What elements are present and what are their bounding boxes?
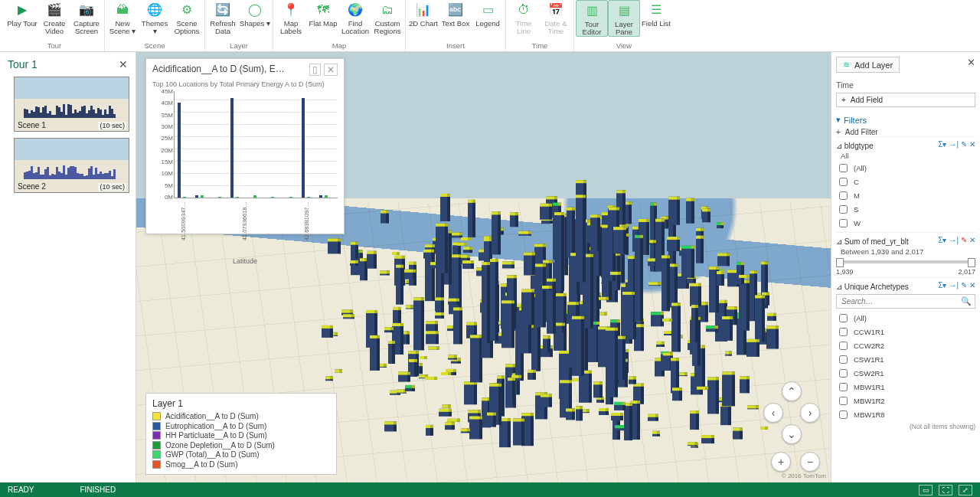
legend-button[interactable]: ▭Legend [472, 0, 504, 28]
tour-editor-icon: ▥ [583, 2, 601, 19]
scene-thumb[interactable]: 1 Scene 1 (10 sec) [14, 77, 129, 132]
play-tour-button[interactable]: ▶Play Tour [6, 0, 38, 35]
remove-icon[interactable]: ✕ [969, 140, 975, 149]
remove-icon[interactable]: ✕ [969, 281, 975, 289]
checkbox[interactable] [839, 191, 848, 200]
scene-thumb[interactable]: 2 Scene 2 (10 sec) [14, 138, 129, 193]
checkbox[interactable] [839, 178, 848, 186]
refresh-data-button[interactable]: 🔄Refresh Data [207, 0, 239, 35]
find-location-button[interactable]: 🌍Find Location [339, 0, 371, 35]
capture-screen-button[interactable]: 📷Capture Screen [70, 0, 103, 35]
map-labels-button[interactable]: 📍Map Labels [275, 0, 307, 35]
tour-editor-button[interactable]: ▥Tour Editor [576, 0, 608, 37]
legend-card[interactable]: Layer 1 Acidification__A to D (Sum)Eutro… [145, 393, 337, 475]
clear-icon[interactable]: ✎ [961, 140, 967, 149]
close-icon[interactable]: ✕ [967, 57, 975, 68]
view-mode-3[interactable]: ⤢ [959, 485, 972, 495]
checkbox[interactable] [839, 397, 848, 405]
filter-option[interactable]: MBW1R8 [836, 408, 975, 421]
filter-option[interactable]: S [836, 203, 975, 216]
view-mode-2[interactable]: ⛶ [939, 485, 952, 495]
2d-chart-button[interactable]: 📊2D Chart [407, 0, 439, 28]
find-location-icon: 🌍 [346, 2, 364, 18]
filter-unique-archetypes: Σ▾ →| ✎ ✕ ⊿ Unique Archetypes 🔍 (All)CCW… [836, 277, 975, 432]
filter-option[interactable]: CCW1R1 [836, 325, 975, 338]
map-labels-icon: 📍 [282, 2, 300, 18]
add-filter-button[interactable]: + Add Filter [836, 128, 975, 136]
filter-option[interactable]: M [836, 189, 975, 202]
capture-screen-icon: 📷 [77, 2, 96, 18]
checkbox[interactable] [839, 342, 848, 350]
filters-header[interactable]: ▾ Filters [836, 115, 975, 125]
filter-option[interactable]: C [836, 175, 975, 188]
text-box-button[interactable]: 🔤Text Box [439, 0, 472, 28]
close-icon[interactable]: ✕ [119, 58, 128, 70]
field-list-icon: ☰ [647, 2, 665, 18]
checkbox[interactable] [839, 205, 848, 214]
2d-chart-icon: 📊 [414, 2, 433, 18]
themes-button[interactable]: 🌐Themes ▾ [139, 0, 171, 35]
filter-option[interactable]: MBW1R1 [836, 381, 975, 394]
sort-icon[interactable]: →| [949, 281, 959, 289]
filter-bldgtype: Σ▾ →| ✎ ✕ ⊿ bldgtype All (All)CMSW [836, 136, 975, 232]
new-scene-icon: 🏔 [113, 2, 132, 18]
clear-icon[interactable]: ✎ [961, 281, 967, 289]
field-list-button[interactable]: ☰Field List [640, 0, 672, 37]
checkbox[interactable] [839, 355, 848, 364]
add-layer-button[interactable]: ≋ Add Layer [836, 57, 900, 73]
sigma-icon[interactable]: Σ▾ [938, 281, 946, 289]
map-stage[interactable]: Acidification__A to D (Sum), E… ▯ ✕ Top … [136, 52, 831, 482]
filter-option[interactable]: W [836, 217, 975, 230]
flat-map-icon: 🗺 [314, 2, 332, 18]
filter-option[interactable]: (All) [836, 162, 975, 175]
sort-icon[interactable]: →| [949, 140, 959, 149]
nav-up-button[interactable]: ⌃ [782, 381, 802, 401]
plus-icon: + [836, 128, 841, 136]
sigma-icon[interactable]: Σ▾ [938, 140, 946, 149]
checkbox[interactable] [839, 410, 848, 419]
nav-left-button[interactable]: ‹ [763, 403, 783, 423]
nav-right-button[interactable]: › [800, 403, 820, 423]
filter-option[interactable]: CSW2R1 [836, 367, 975, 380]
chart-card[interactable]: Acidification__A to D (Sum), E… ▯ ✕ Top … [145, 58, 345, 234]
filter-option[interactable]: CSW1R1 [836, 353, 975, 366]
chart-x-axis-title: Latitude [152, 257, 338, 265]
zoom-in-button[interactable]: + [771, 452, 791, 472]
create-video-button[interactable]: 🎬Create Video [38, 0, 70, 35]
shapes-button[interactable]: ◯Shapes ▾ [239, 0, 271, 35]
date-time-button: 📅Date & Time [540, 0, 572, 35]
clear-icon[interactable]: ✎ [961, 236, 967, 244]
legend-item: Smog__A to D (Sum) [152, 460, 330, 469]
checkbox[interactable] [839, 314, 848, 322]
zoom-out-button[interactable]: − [800, 452, 820, 472]
filter-option[interactable]: CCW2R2 [836, 339, 975, 352]
create-video-icon: 🎬 [45, 2, 64, 18]
scene-options-button[interactable]: ⚙Scene Options [171, 0, 203, 35]
checkbox[interactable] [839, 383, 848, 391]
search-input[interactable] [840, 296, 961, 306]
layer-pane-button[interactable]: ▤Layer Pane [608, 0, 640, 37]
checkbox[interactable] [839, 219, 848, 227]
legend-swatch [152, 460, 161, 469]
custom-regions-button[interactable]: 🗂Custom Regions [371, 0, 403, 35]
range-slider[interactable] [838, 260, 974, 263]
map-attribution: © 2016 TomTom [782, 472, 826, 479]
filter-option[interactable]: (All) [836, 312, 975, 325]
archetype-search[interactable]: 🔍 [836, 294, 975, 309]
add-time-field[interactable]: + Add Field [836, 93, 975, 107]
sigma-icon[interactable]: Σ▾ [938, 236, 946, 244]
new-scene-button[interactable]: 🏔New Scene ▾ [106, 0, 139, 35]
remove-icon[interactable]: ✕ [969, 236, 975, 244]
checkbox[interactable] [839, 328, 848, 336]
status-bar: READY FINISHED ▭ ⛶ ⤢ [0, 482, 980, 497]
search-icon[interactable]: 🔍 [961, 296, 972, 306]
filter-option[interactable]: MBW1R2 [836, 394, 975, 407]
chart-settings-icon[interactable]: ▯ [309, 64, 321, 76]
sort-icon[interactable]: →| [949, 236, 959, 244]
chart-close-icon[interactable]: ✕ [324, 64, 338, 76]
nav-down-button[interactable]: ⌄ [782, 424, 802, 444]
view-mode-1[interactable]: ▭ [919, 485, 933, 495]
checkbox[interactable] [839, 164, 848, 172]
flat-map-button[interactable]: 🗺Flat Map [307, 0, 339, 35]
checkbox[interactable] [839, 369, 848, 378]
